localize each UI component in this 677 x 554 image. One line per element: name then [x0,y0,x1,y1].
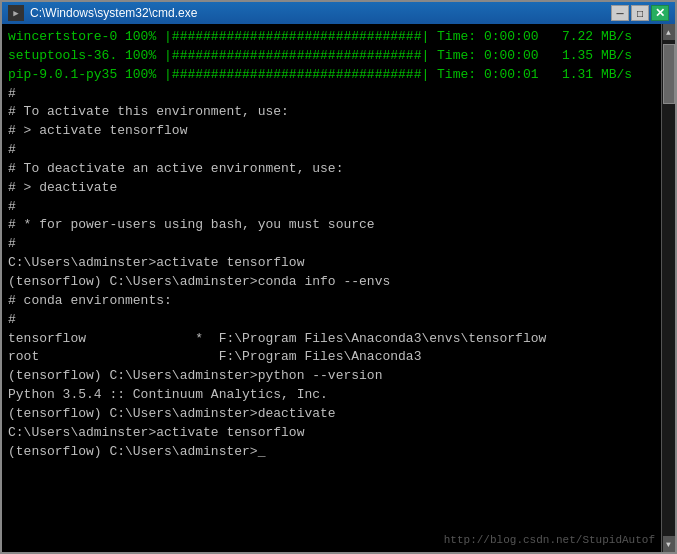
scrollbar[interactable]: ▲ ▼ [661,24,675,552]
window-title: C:\Windows\system32\cmd.exe [30,6,611,20]
terminal-line: # [8,311,653,330]
terminal-line: wincertstore-0 100% |###################… [8,28,653,47]
window-controls: ─ □ ✕ [611,5,669,21]
minimize-button[interactable]: ─ [611,5,629,21]
title-bar: C:\Windows\system32\cmd.exe ─ □ ✕ [2,2,675,24]
terminal-line: tensorflow * F:\Program Files\Anaconda3\… [8,330,653,349]
terminal-line: # To deactivate an active environment, u… [8,160,653,179]
terminal-line: (tensorflow) C:\Users\adminster>_ [8,443,653,462]
terminal-line: # [8,141,653,160]
terminal-line: C:\Users\adminster>activate tensorflow [8,424,653,443]
close-button[interactable]: ✕ [651,5,669,21]
terminal-body: wincertstore-0 100% |###################… [2,24,675,552]
terminal-line: (tensorflow) C:\Users\adminster>python -… [8,367,653,386]
terminal-line: Python 3.5.4 :: Continuum Analytics, Inc… [8,386,653,405]
terminal-line: # * for power-users using bash, you must… [8,216,653,235]
terminal-line: setuptools-36. 100% |###################… [8,47,653,66]
restore-button[interactable]: □ [631,5,649,21]
terminal-line: (tensorflow) C:\Users\adminster>deactiva… [8,405,653,424]
terminal-line: # To activate this environment, use: [8,103,653,122]
terminal-line: # [8,85,653,104]
terminal-line: C:\Users\adminster>activate tensorflow [8,254,653,273]
terminal-line: root F:\Program Files\Anaconda3 [8,348,653,367]
terminal-line: # [8,235,653,254]
terminal-line: # > activate tensorflow [8,122,653,141]
terminal-line: (tensorflow) C:\Users\adminster>conda in… [8,273,653,292]
window-icon [8,5,24,21]
cmd-window: C:\Windows\system32\cmd.exe ─ □ ✕ wincer… [0,0,677,554]
scrollbar-down-arrow[interactable]: ▼ [663,536,675,552]
terminal-content: wincertstore-0 100% |###################… [8,28,669,548]
watermark: http://blog.csdn.net/StupidAutof [444,534,655,546]
scrollbar-up-arrow[interactable]: ▲ [663,24,675,40]
terminal-line: pip-9.0.1-py35 100% |###################… [8,66,653,85]
terminal-line: # > deactivate [8,179,653,198]
terminal-line: # [8,198,653,217]
terminal-line: # conda environments: [8,292,653,311]
scrollbar-thumb[interactable] [663,44,675,104]
